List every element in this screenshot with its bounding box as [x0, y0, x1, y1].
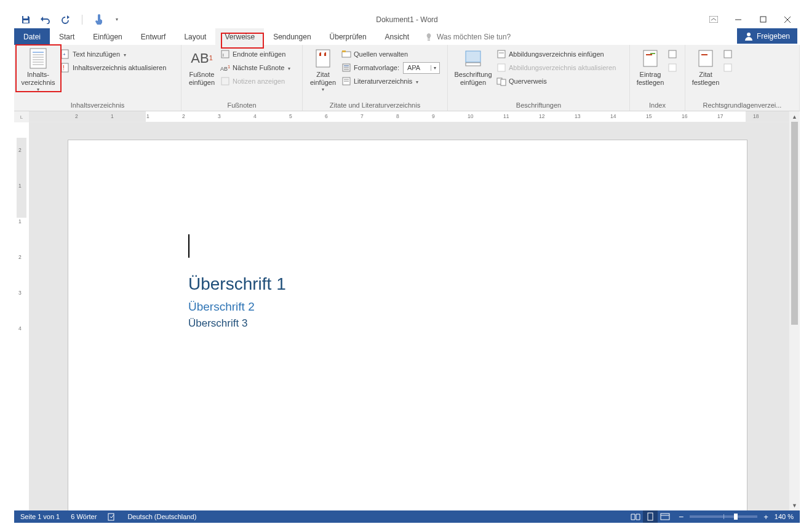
redo-icon[interactable]: [60, 14, 71, 25]
svg-text:+: +: [63, 52, 66, 57]
figure-table-icon: [496, 49, 506, 59]
status-page[interactable]: Seite 1 von 1: [20, 513, 60, 520]
update-toc-button[interactable]: ! Inhaltsverzeichnis aktualisieren: [59, 61, 167, 74]
lightbulb-icon: [424, 33, 433, 41]
svg-rect-0: [23, 16, 28, 18]
insert-citation-button[interactable]: Zitat einfügen ▾: [306, 46, 340, 94]
status-proofing-icon[interactable]: [108, 512, 116, 521]
tab-ansicht[interactable]: Ansicht: [376, 28, 418, 45]
insert-authorities-icon[interactable]: [723, 47, 733, 61]
manage-sources-icon: [341, 49, 351, 59]
ruler-tab-selector[interactable]: L: [14, 111, 29, 122]
svg-text:!: !: [63, 65, 65, 71]
scroll-thumb[interactable]: [791, 122, 798, 325]
bibliography-button[interactable]: Literaturverzeichnis: [340, 74, 441, 88]
svg-rect-47: [724, 50, 731, 58]
svg-rect-23: [316, 50, 330, 67]
ruler-horizontal[interactable]: L 21123456789101112131415161718: [14, 111, 800, 122]
insert-caption-button[interactable]: Beschriftung einfügen: [451, 46, 495, 88]
svg-rect-48: [724, 64, 731, 71]
tab-sendungen[interactable]: Sendungen: [264, 28, 320, 45]
group-label-authorities: Rechtsgrundlagenverzei...: [688, 100, 796, 111]
svg-rect-7: [428, 39, 430, 41]
view-web-layout-icon[interactable]: [658, 510, 672, 523]
scroll-up-icon[interactable]: ▲: [789, 111, 800, 122]
tab-layout[interactable]: Layout: [175, 28, 215, 45]
status-bar: Seite 1 von 1 6 Wörter Deutsch (Deutschl…: [14, 510, 800, 523]
tell-me[interactable]: [424, 28, 560, 45]
update-authorities-icon: [723, 61, 733, 74]
citation-icon: [313, 49, 333, 68]
svg-rect-9: [30, 49, 46, 68]
tab-entwurf[interactable]: Entwurf: [132, 28, 175, 45]
ribbon-display-options-icon[interactable]: [709, 15, 719, 25]
view-read-mode-icon[interactable]: [628, 510, 643, 523]
insert-figure-table-button[interactable]: Abbildungsverzeichnis einfügen: [495, 47, 617, 61]
insert-index-icon[interactable]: [668, 47, 677, 61]
heading-1[interactable]: Überschrift 1: [188, 274, 286, 294]
crossref-icon: [496, 76, 506, 86]
vertical-scrollbar[interactable]: ▲ ▼: [789, 111, 800, 510]
mark-entry-icon: [640, 49, 660, 68]
add-text-icon: +: [60, 49, 70, 59]
save-icon[interactable]: [20, 14, 31, 25]
mark-citation-icon: [696, 49, 715, 68]
text-cursor: [188, 234, 189, 258]
table-of-contents-button[interactable]: Inhalts- verzeichnis ▾: [17, 46, 59, 94]
svg-rect-25: [342, 50, 346, 52]
maximize-icon[interactable]: [758, 15, 768, 25]
tab-ueberpruefen[interactable]: Überprüfen: [321, 28, 376, 45]
zoom-out-icon[interactable]: −: [679, 512, 683, 522]
zoom-slider[interactable]: [690, 515, 757, 518]
share-button[interactable]: Freigeben: [737, 28, 797, 44]
ribbon-tabs: Datei Start Einfügen Entwurf Layout Verw…: [14, 28, 800, 45]
zoom-level[interactable]: 140 %: [775, 513, 794, 520]
document-page[interactable]: Überschrift 1 Überschrift 2 Überschrift …: [68, 140, 747, 510]
svg-rect-40: [644, 50, 657, 66]
mark-citation-button[interactable]: Zitat festlegen: [688, 46, 723, 88]
toc-label: Inhalts- verzeichnis: [21, 71, 55, 87]
svg-rect-4: [760, 17, 766, 22]
citation-style-row: Formatvorlage: APA▾: [340, 61, 441, 74]
view-print-layout-icon[interactable]: [643, 510, 658, 523]
manage-sources-button[interactable]: Quellen verwalten: [340, 47, 441, 61]
share-label: Freigeben: [757, 32, 790, 41]
tab-einfuegen[interactable]: Einfügen: [84, 28, 131, 45]
footnote-icon: AB1: [192, 49, 212, 68]
tell-me-input[interactable]: [437, 33, 560, 41]
svg-rect-34: [466, 63, 480, 66]
document-area[interactable]: Überschrift 1 Überschrift 2 Überschrift …: [29, 122, 789, 510]
status-language[interactable]: Deutsch (Deutschland): [127, 513, 196, 520]
insert-footnote-button[interactable]: AB1 Fußnote einfügen: [185, 46, 219, 88]
mark-entry-button[interactable]: Eintrag festlegen: [633, 46, 668, 88]
citation-style-combo[interactable]: APA▾: [403, 62, 440, 74]
svg-rect-46: [701, 54, 707, 55]
ruler-vertical[interactable]: 211234: [14, 122, 29, 510]
close-icon[interactable]: [783, 15, 792, 25]
insert-endnote-button[interactable]: i Endnote einfügen: [219, 47, 292, 61]
touch-mode-icon[interactable]: [94, 14, 105, 25]
scroll-down-icon[interactable]: ▼: [789, 500, 800, 510]
status-word-count[interactable]: 6 Wörter: [71, 513, 97, 520]
zoom-in-icon[interactable]: +: [763, 512, 768, 522]
add-text-button[interactable]: + Text hinzufügen: [59, 47, 167, 61]
update-figure-table-icon: [496, 63, 506, 73]
heading-3[interactable]: Überschrift 3: [188, 317, 286, 330]
group-label-toc: Inhaltsverzeichnis: [17, 100, 178, 111]
undo-icon[interactable]: [40, 14, 51, 25]
tab-start[interactable]: Start: [50, 28, 84, 45]
svg-rect-44: [669, 64, 676, 71]
svg-rect-2: [709, 16, 718, 23]
group-label-citations: Zitate und Literaturverzeichnis: [306, 100, 444, 111]
svg-rect-1: [23, 20, 28, 23]
update-figure-table-button: Abbildungsverzeichnis aktualisieren: [495, 61, 617, 74]
next-footnote-button[interactable]: AB1 Nächste Fußnote: [219, 61, 292, 74]
qat-customize-icon[interactable]: [113, 14, 119, 25]
svg-rect-33: [466, 51, 480, 62]
heading-2[interactable]: Überschrift 2: [188, 300, 286, 314]
tab-verweise[interactable]: Verweise: [215, 28, 264, 45]
show-notes-icon: [220, 76, 230, 86]
cross-reference-button[interactable]: Querverweis: [495, 74, 617, 88]
minimize-icon[interactable]: [733, 15, 743, 25]
tab-file[interactable]: Datei: [14, 28, 50, 45]
